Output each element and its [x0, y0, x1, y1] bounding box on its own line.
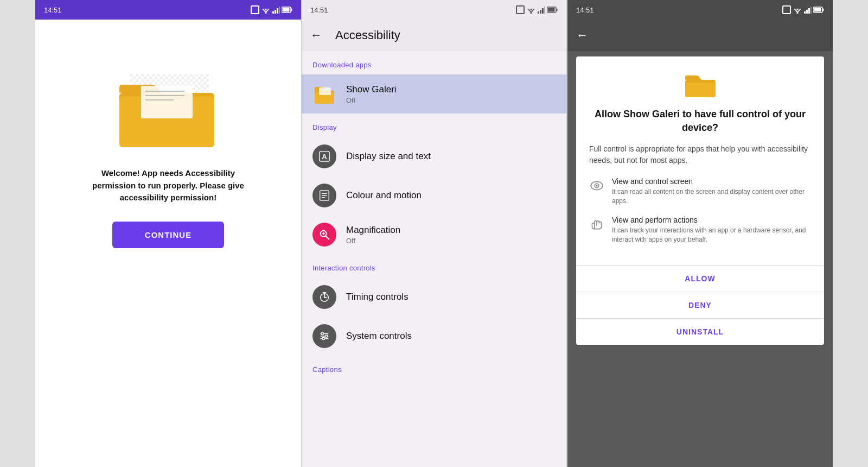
svg-rect-62 [810, 7, 812, 14]
magnification-subtitle: Off [346, 237, 400, 245]
svg-rect-9 [291, 9, 292, 11]
magnify-icon [318, 229, 330, 241]
notification-icon-3 [782, 5, 791, 14]
sliders-icon [318, 330, 330, 342]
svg-rect-7 [279, 7, 280, 14]
svg-point-52 [321, 332, 324, 335]
permission-view-screen: View and control screen It can read all … [589, 177, 811, 206]
status-time-2: 14:51 [310, 6, 328, 14]
dialog-description: Full control is appropriate for apps tha… [589, 143, 811, 166]
svg-rect-25 [538, 11, 539, 14]
system-controls-icon [312, 324, 336, 348]
magnification-text: Magnification Off [346, 225, 400, 245]
accessibility-title: Accessibility [335, 28, 400, 42]
phone-screen-3: 14:51 ← [567, 0, 833, 467]
phone3-header: ← [567, 20, 833, 51]
display-size-text: Display size and text [346, 151, 431, 162]
battery-icon-3 [813, 7, 824, 13]
folder-svg-small [312, 82, 336, 106]
accessibility-content: Downloaded apps Show Galeri Off Display [302, 51, 566, 467]
display-size-title: Display size and text [346, 151, 431, 162]
signal-icon [272, 6, 280, 14]
status-icons-2 [516, 5, 558, 14]
section-display: Display [302, 113, 566, 137]
wifi-icon [261, 6, 271, 14]
svg-line-42 [326, 236, 329, 239]
system-controls-title: System controls [346, 331, 412, 342]
svg-point-54 [322, 337, 325, 340]
display-size-icon: A [312, 144, 336, 168]
svg-point-70 [596, 185, 597, 187]
magnification-title: Magnification [346, 225, 400, 236]
svg-rect-31 [548, 8, 555, 12]
view-screen-desc: It can read all content on the screen an… [612, 187, 811, 206]
magnification-icon [312, 223, 336, 247]
status-icons-3 [782, 5, 824, 14]
list-item-magnification[interactable]: Magnification Off [302, 215, 566, 254]
svg-point-53 [325, 335, 328, 338]
folder-svg [114, 63, 222, 150]
svg-rect-5 [275, 10, 276, 14]
svg-rect-61 [808, 8, 810, 14]
phone-screen-1: 14:51 [35, 0, 301, 467]
perform-actions-text: View and perform actions It can track yo… [612, 216, 811, 244]
perform-actions-title: View and perform actions [612, 216, 811, 224]
list-item-system-controls[interactable]: System controls [302, 317, 566, 356]
colour-motion-icon [312, 184, 336, 207]
welcome-text: Welcome! App needs Accessibility permiss… [87, 167, 250, 204]
svg-point-58 [797, 12, 799, 14]
dialog-title: Allow Show Galeri to have full control o… [589, 108, 811, 135]
dialog-folder-svg [684, 72, 717, 99]
phone1-content: Welcome! App needs Accessibility permiss… [35, 20, 301, 467]
status-time-1: 14:51 [44, 6, 62, 14]
svg-rect-27 [542, 8, 544, 14]
back-button-2[interactable]: ← [310, 28, 322, 42]
system-controls-text: System controls [346, 331, 412, 342]
svg-rect-10 [283, 8, 290, 12]
timing-controls-title: Timing controls [346, 292, 409, 302]
svg-rect-6 [277, 8, 278, 14]
show-galeri-subtitle: Off [346, 96, 397, 104]
view-screen-text: View and control screen It can read all … [612, 177, 811, 206]
show-galeri-title: Show Galeri [346, 84, 397, 95]
svg-text:A: A [322, 153, 327, 161]
wifi-icon-3 [793, 6, 802, 14]
back-button-3[interactable]: ← [576, 28, 588, 42]
status-bar-1: 14:51 [35, 0, 301, 20]
uninstall-button[interactable]: UNINSTALL [576, 319, 824, 345]
svg-point-24 [531, 12, 532, 14]
svg-rect-64 [823, 9, 824, 11]
show-galeri-text: Show Galeri Off [346, 84, 397, 104]
eye-icon [589, 178, 604, 193]
list-item-display-size[interactable]: A Display size and text [302, 137, 566, 176]
section-captions: Captions [302, 356, 566, 379]
status-bar-2: 14:51 [302, 0, 566, 20]
list-item-show-galeri[interactable]: Show Galeri Off [302, 74, 566, 113]
timing-controls-text: Timing controls [346, 292, 409, 302]
svg-rect-28 [544, 7, 545, 14]
allow-button[interactable]: ALLOW [576, 266, 824, 292]
doc-icon [318, 190, 330, 201]
permission-dialog: Allow Show Galeri to have full control o… [576, 56, 824, 345]
timing-controls-icon [312, 285, 336, 309]
permission-perform-actions: View and perform actions It can track yo… [589, 216, 811, 244]
status-icons-1 [251, 5, 292, 14]
continue-button[interactable]: CONTINUE [112, 222, 224, 248]
deny-button[interactable]: DENY [576, 292, 824, 318]
hand-svg [590, 217, 604, 231]
timer-icon [318, 291, 330, 303]
folder-icon-small [312, 82, 336, 106]
svg-rect-34 [319, 87, 331, 95]
section-interaction-controls: Interaction controls [302, 254, 566, 277]
dialog-content: Allow Show Galeri to have full control o… [576, 56, 824, 265]
svg-rect-4 [272, 11, 274, 14]
eye-svg [590, 179, 604, 193]
list-item-timing-controls[interactable]: Timing controls [302, 277, 566, 317]
list-item-colour-motion[interactable]: Colour and motion [302, 176, 566, 215]
battery-icon-2 [547, 7, 558, 13]
status-bar-3: 14:51 [567, 0, 833, 20]
colour-motion-text: Colour and motion [346, 190, 422, 201]
svg-rect-30 [557, 9, 558, 11]
colour-motion-title: Colour and motion [346, 190, 422, 201]
notification-icon [251, 5, 259, 14]
